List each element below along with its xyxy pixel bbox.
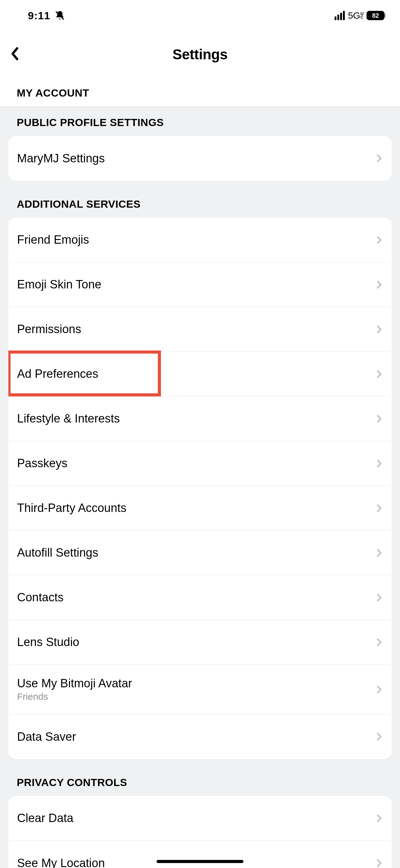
- chevron-right-icon: [375, 235, 383, 246]
- row-label: Third-Party Accounts: [17, 501, 127, 515]
- chevron-right-icon: [375, 503, 383, 514]
- status-left: 9:11: [28, 10, 65, 22]
- section-header-privacy: PRIVACY CONTROLS: [0, 759, 400, 796]
- lifestyle-interests-row[interactable]: Lifestyle & Interests: [8, 397, 392, 441]
- friend-emojis-row[interactable]: Friend Emojis: [8, 218, 392, 262]
- chevron-right-icon: [375, 547, 383, 558]
- chevron-right-icon: [375, 637, 383, 648]
- chevron-right-icon: [375, 813, 383, 824]
- chevron-right-icon: [375, 592, 383, 603]
- chevron-right-icon: [375, 858, 383, 868]
- row-label: Lifestyle & Interests: [17, 412, 120, 425]
- row-label: Lens Studio: [17, 636, 79, 649]
- third-party-accounts-row[interactable]: Third-Party Accounts: [8, 486, 392, 531]
- row-label: Data Saver: [17, 730, 76, 744]
- chevron-right-icon: [375, 684, 383, 695]
- back-button[interactable]: [9, 45, 21, 63]
- contacts-row[interactable]: Contacts: [8, 575, 392, 620]
- emoji-skin-tone-row[interactable]: Emoji Skin Tone: [8, 262, 392, 307]
- page-header: Settings: [0, 31, 400, 78]
- network-type: 5GUC: [348, 10, 363, 21]
- section-header-public-profile: PUBLIC PROFILE SETTINGS: [0, 107, 400, 136]
- row-label: Friend Emojis: [17, 233, 89, 247]
- home-indicator[interactable]: [157, 860, 243, 863]
- page-title: Settings: [172, 46, 227, 63]
- section-header-additional: ADDITIONAL SERVICES: [0, 181, 400, 218]
- row-label: Autofill Settings: [17, 546, 98, 559]
- autofill-settings-row[interactable]: Autofill Settings: [8, 531, 392, 575]
- row-label: Ad Preferences: [17, 367, 98, 381]
- row-label: Emoji Skin Tone: [17, 278, 101, 291]
- chevron-right-icon: [375, 731, 383, 742]
- battery-icon: 82: [367, 11, 385, 20]
- status-bar: 9:11 5GUC 82: [0, 0, 400, 31]
- chevron-right-icon: [375, 279, 383, 290]
- row-label: See My Location: [17, 857, 105, 868]
- chevron-right-icon: [375, 324, 383, 335]
- chevron-right-icon: [375, 369, 383, 380]
- row-label: Use My Bitmoji Avatar: [17, 677, 132, 690]
- bitmoji-avatar-row[interactable]: Use My Bitmoji Avatar Friends: [8, 665, 392, 714]
- row-label: Contacts: [17, 591, 64, 604]
- chevron-right-icon: [375, 153, 383, 164]
- privacy-controls-card: Clear Data See My Location: [8, 796, 392, 868]
- row-label: Permissions: [17, 322, 81, 336]
- chevron-right-icon: [375, 413, 383, 424]
- bell-muted-icon: [55, 10, 65, 21]
- chevron-right-icon: [375, 458, 383, 469]
- row-label: Passkeys: [17, 457, 68, 470]
- see-my-location-row[interactable]: See My Location: [8, 841, 392, 868]
- public-profile-settings-row[interactable]: MaryMJ Settings: [8, 136, 392, 181]
- row-label: MaryMJ Settings: [17, 152, 105, 165]
- chevron-left-icon: [9, 45, 21, 62]
- public-profile-card: MaryMJ Settings: [8, 136, 392, 181]
- lens-studio-row[interactable]: Lens Studio: [8, 620, 392, 665]
- signal-icon: [335, 11, 345, 20]
- ad-preferences-row[interactable]: Ad Preferences: [8, 352, 392, 397]
- clear-data-row[interactable]: Clear Data: [8, 796, 392, 841]
- row-label: Clear Data: [17, 811, 73, 825]
- data-saver-row[interactable]: Data Saver: [8, 714, 392, 759]
- status-time: 9:11: [28, 10, 50, 22]
- additional-services-card: Friend Emojis Emoji Skin Tone Permission…: [8, 218, 392, 759]
- status-right: 5GUC 82: [335, 10, 385, 21]
- passkeys-row[interactable]: Passkeys: [8, 441, 392, 486]
- section-header-my-account: MY ACCOUNT: [0, 78, 400, 107]
- permissions-row[interactable]: Permissions: [8, 307, 392, 352]
- row-subtitle: Friends: [17, 691, 132, 702]
